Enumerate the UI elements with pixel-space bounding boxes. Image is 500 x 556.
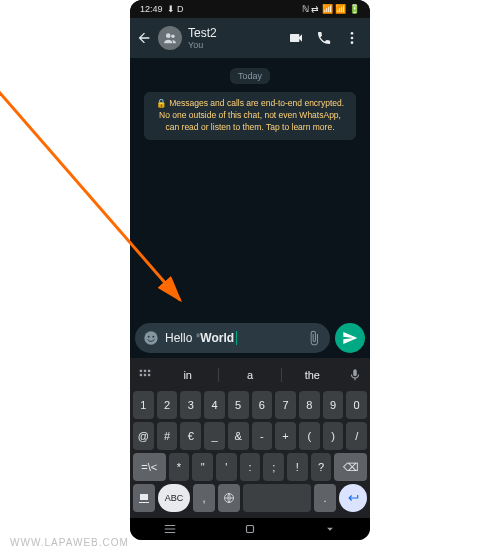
key-symbols-shift[interactable]: =\< — [133, 453, 166, 481]
text-cursor — [236, 331, 237, 345]
watermark: WWW.LAPAWEB.COM — [10, 537, 129, 548]
message-input[interactable]: Hello *World — [135, 323, 330, 353]
svg-point-2 — [351, 32, 354, 35]
voice-input-icon[interactable] — [343, 368, 367, 382]
clock: 12:49 — [140, 4, 163, 14]
key-3[interactable]: 3 — [180, 391, 201, 419]
key-0[interactable]: 0 — [346, 391, 367, 419]
chat-name: Test2 — [188, 26, 282, 40]
chat-header: Test2 You — [130, 18, 370, 58]
key-5[interactable]: 5 — [228, 391, 249, 419]
send-button[interactable] — [335, 323, 365, 353]
nav-back[interactable] — [323, 522, 337, 536]
status-right-icons: ℕ ⇄ 📶 📶 🔋 — [302, 4, 360, 14]
key-_[interactable]: _ — [204, 422, 225, 450]
svg-rect-10 — [148, 370, 150, 372]
key-1[interactable]: 1 — [133, 391, 154, 419]
svg-rect-13 — [148, 374, 150, 376]
svg-point-6 — [148, 336, 150, 338]
key-#[interactable]: # — [157, 422, 178, 450]
key-lang[interactable] — [218, 484, 240, 512]
suggestion-row: in a the — [133, 362, 367, 388]
key-?[interactable]: ? — [311, 453, 332, 481]
chat-area[interactable]: Today 🔒 Messages and calls are end-to-en… — [130, 58, 370, 318]
key-enter[interactable] — [339, 484, 367, 512]
chat-title-block[interactable]: Test2 You — [188, 26, 282, 50]
key-9[interactable]: 9 — [323, 391, 344, 419]
message-text: Hello *World — [165, 331, 300, 346]
video-call-icon[interactable] — [288, 30, 304, 46]
key-comma[interactable]: , — [193, 484, 215, 512]
svg-point-4 — [351, 41, 354, 44]
key-4[interactable]: 4 — [204, 391, 225, 419]
svg-rect-12 — [144, 374, 146, 376]
suggestion-1[interactable]: a — [221, 369, 278, 381]
key-8[interactable]: 8 — [299, 391, 320, 419]
svg-rect-9 — [144, 370, 146, 372]
key-&[interactable]: & — [228, 422, 249, 450]
key-7[interactable]: 7 — [275, 391, 296, 419]
key-space[interactable] — [243, 484, 311, 512]
key-![interactable]: ! — [287, 453, 308, 481]
keyboard-grid-icon[interactable] — [133, 368, 157, 382]
key-€[interactable]: € — [180, 422, 201, 450]
key-)[interactable]: ) — [323, 422, 344, 450]
key-collapse[interactable] — [133, 484, 155, 512]
svg-point-7 — [152, 336, 154, 338]
key-/[interactable]: / — [346, 422, 367, 450]
svg-rect-11 — [140, 374, 142, 376]
nav-home[interactable] — [243, 522, 257, 536]
svg-point-0 — [166, 33, 171, 38]
svg-point-3 — [351, 37, 354, 40]
key--[interactable]: - — [252, 422, 273, 450]
key-'[interactable]: ' — [216, 453, 237, 481]
group-avatar[interactable] — [158, 26, 182, 50]
attach-icon[interactable] — [306, 330, 322, 346]
key-"[interactable]: " — [192, 453, 213, 481]
chat-subtitle: You — [188, 40, 282, 50]
status-left-icons: ⬇ D — [167, 4, 184, 14]
key-abc[interactable]: ABC — [158, 484, 190, 512]
day-chip: Today — [230, 68, 270, 84]
nav-recents[interactable] — [163, 522, 177, 536]
android-nav-bar — [130, 518, 370, 540]
key-period[interactable]: . — [314, 484, 336, 512]
more-icon[interactable] — [344, 30, 360, 46]
status-bar: 12:49 ⬇ D ℕ ⇄ 📶 📶 🔋 — [130, 0, 370, 18]
phone-frame: 12:49 ⬇ D ℕ ⇄ 📶 📶 🔋 Test2 You Today 🔒 Me… — [130, 0, 370, 540]
suggestion-0[interactable]: in — [159, 369, 216, 381]
emoji-icon[interactable] — [143, 330, 159, 346]
key-*[interactable]: * — [169, 453, 190, 481]
back-icon[interactable] — [136, 30, 152, 46]
key-;[interactable]: ; — [263, 453, 284, 481]
svg-point-5 — [144, 331, 157, 344]
voice-call-icon[interactable] — [316, 30, 332, 46]
encryption-notice[interactable]: 🔒 Messages and calls are end-to-end encr… — [144, 92, 356, 140]
svg-point-1 — [171, 35, 175, 39]
key-+[interactable]: + — [275, 422, 296, 450]
composer-bar: Hello *World — [130, 318, 370, 358]
svg-rect-8 — [140, 370, 142, 372]
keyboard: in a the 1234567890 @#€_&-+()/ =\< *"':;… — [130, 358, 370, 518]
key-backspace[interactable]: ⌫ — [334, 453, 367, 481]
key-6[interactable]: 6 — [252, 391, 273, 419]
key-:[interactable]: : — [240, 453, 261, 481]
svg-rect-15 — [247, 526, 254, 533]
suggestion-2[interactable]: the — [284, 369, 341, 381]
key-([interactable]: ( — [299, 422, 320, 450]
key-@[interactable]: @ — [133, 422, 154, 450]
key-2[interactable]: 2 — [157, 391, 178, 419]
